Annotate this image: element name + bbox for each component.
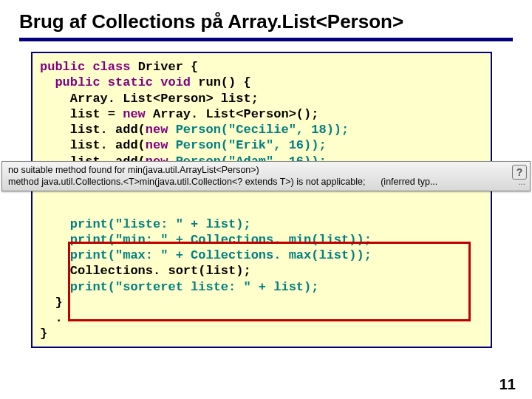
code-text: Array. List<Person>(); bbox=[146, 107, 319, 121]
code-text: list = bbox=[40, 107, 123, 121]
code-block: public class Driver { public static void… bbox=[40, 59, 483, 342]
kw-class: class bbox=[92, 60, 130, 74]
code-text: print("min: " + Collections. min(list)); bbox=[40, 233, 372, 247]
code-text: run() { bbox=[191, 75, 251, 89]
code-text: Person("Cecilie", 18)); bbox=[168, 123, 349, 137]
error-tooltip: no suitable method found for min(java.ut… bbox=[1, 161, 531, 191]
code-text: Array. List<Person> list; bbox=[40, 92, 259, 106]
kw-static: static bbox=[108, 75, 153, 89]
code-text: Person("Erik", 16)); bbox=[168, 138, 326, 152]
error-text: (inferred typ... bbox=[381, 177, 437, 187]
kw-void: void bbox=[160, 75, 191, 89]
code-text: list. add( bbox=[40, 138, 146, 152]
kw-public: public bbox=[40, 60, 85, 74]
code-text: } bbox=[40, 296, 63, 310]
error-line-2: method java.util.Collections.<T>min(java… bbox=[8, 177, 509, 188]
error-text: method java.util.Collections.<T>min(java… bbox=[8, 177, 365, 187]
code-text: Collections. sort(list); bbox=[40, 264, 251, 278]
kw-new: new bbox=[146, 123, 168, 137]
code-text: print("liste: " + list); bbox=[40, 217, 251, 231]
error-line-1: no suitable method found for min(java.ut… bbox=[8, 165, 509, 177]
code-text: . . . bbox=[40, 311, 92, 325]
code-text: Driver { bbox=[130, 60, 198, 74]
slide-title: Brug af Collections på Array.List<Person… bbox=[19, 10, 517, 33]
code-box: public class Driver { public static void… bbox=[31, 52, 492, 348]
code-text: print("sorteret liste: " + list); bbox=[40, 280, 318, 294]
page-number: 11 bbox=[499, 376, 516, 393]
kw-new: new bbox=[146, 138, 168, 152]
code-text: print("max: " + Collections. max(list)); bbox=[40, 248, 372, 262]
slide: Brug af Collections på Array.List<Person… bbox=[0, 0, 532, 399]
code-text: list. add( bbox=[40, 123, 146, 137]
title-underline bbox=[19, 38, 513, 41]
kw-new: new bbox=[123, 107, 146, 121]
error-trailing: ... bbox=[518, 177, 525, 187]
kw-public: public bbox=[55, 75, 100, 89]
code-text: } bbox=[40, 327, 47, 341]
